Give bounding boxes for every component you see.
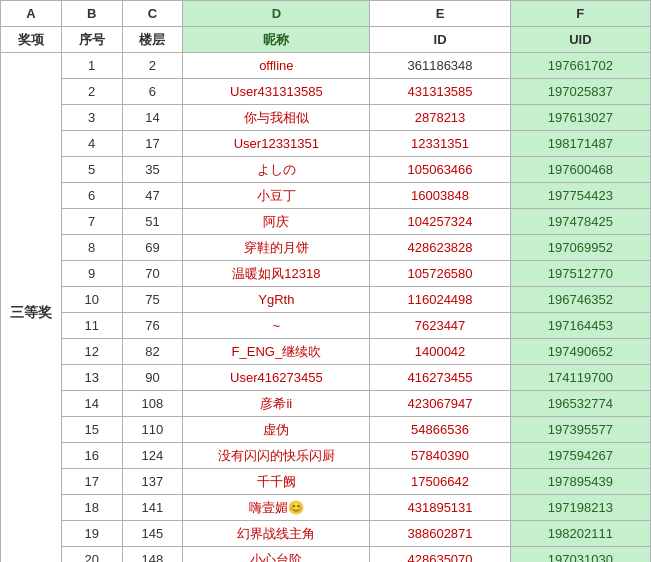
floor-cell: 76 <box>122 313 183 339</box>
uid-cell: 197754423 <box>510 183 650 209</box>
id-cell: 388602871 <box>370 521 510 547</box>
seq-cell: 19 <box>61 521 122 547</box>
id-cell: 7623447 <box>370 313 510 339</box>
award-cell: 三等奖 <box>1 53 62 563</box>
name-cell: 你与我相似 <box>183 105 370 131</box>
seq-cell: 9 <box>61 261 122 287</box>
subheader-uid: UID <box>510 27 650 53</box>
seq-cell: 17 <box>61 469 122 495</box>
floor-cell: 2 <box>122 53 183 79</box>
table-row: 1282F_ENG_继续吹1400042197490652 <box>1 339 651 365</box>
seq-cell: 10 <box>61 287 122 313</box>
floor-cell: 17 <box>122 131 183 157</box>
id-cell: 1400042 <box>370 339 510 365</box>
floor-cell: 47 <box>122 183 183 209</box>
table-row: 417User1233135112331351198171487 <box>1 131 651 157</box>
seq-cell: 2 <box>61 79 122 105</box>
floor-cell: 6 <box>122 79 183 105</box>
id-cell: 57840390 <box>370 443 510 469</box>
table-row: 16124没有闪闪的快乐闪厨57840390197594267 <box>1 443 651 469</box>
header-e: E <box>370 1 510 27</box>
uid-cell: 197025837 <box>510 79 650 105</box>
subheader-floor: 楼层 <box>122 27 183 53</box>
uid-cell: 197895439 <box>510 469 650 495</box>
subheader-name: 昵称 <box>183 27 370 53</box>
floor-cell: 110 <box>122 417 183 443</box>
name-cell: よしの <box>183 157 370 183</box>
id-cell: 105726580 <box>370 261 510 287</box>
table-row: 751阿庆104257324197478425 <box>1 209 651 235</box>
table-row: 14108彦希ii423067947196532774 <box>1 391 651 417</box>
seq-cell: 16 <box>61 443 122 469</box>
seq-cell: 15 <box>61 417 122 443</box>
seq-cell: 13 <box>61 365 122 391</box>
table-row: 314你与我相似2878213197613027 <box>1 105 651 131</box>
table-row: 18141嗨壹媚😊431895131197198213 <box>1 495 651 521</box>
floor-cell: 69 <box>122 235 183 261</box>
name-cell: 小豆丁 <box>183 183 370 209</box>
seq-cell: 14 <box>61 391 122 417</box>
table-row: 三等奖12offline361186348197661702 <box>1 53 651 79</box>
uid-cell: 197613027 <box>510 105 650 131</box>
header-f: F <box>510 1 650 27</box>
seq-cell: 4 <box>61 131 122 157</box>
uid-cell: 197031030 <box>510 547 650 563</box>
name-cell: ~ <box>183 313 370 339</box>
id-cell: 104257324 <box>370 209 510 235</box>
name-cell: User416273455 <box>183 365 370 391</box>
uid-cell: 197594267 <box>510 443 650 469</box>
data-table: A B C D E F 奖项 序号 楼层 昵称 ID UID 三等奖12offl… <box>0 0 651 562</box>
id-cell: 423067947 <box>370 391 510 417</box>
table-row: 26User431313585431313585197025837 <box>1 79 651 105</box>
name-cell: offline <box>183 53 370 79</box>
name-cell: User12331351 <box>183 131 370 157</box>
uid-cell: 196532774 <box>510 391 650 417</box>
floor-cell: 35 <box>122 157 183 183</box>
name-cell: 阿庆 <box>183 209 370 235</box>
id-cell: 16003848 <box>370 183 510 209</box>
uid-cell: 197512770 <box>510 261 650 287</box>
id-cell: 105063466 <box>370 157 510 183</box>
id-cell: 416273455 <box>370 365 510 391</box>
floor-cell: 148 <box>122 547 183 563</box>
subheader-id: ID <box>370 27 510 53</box>
seq-cell: 7 <box>61 209 122 235</box>
name-cell: 小心台阶 <box>183 547 370 563</box>
floor-cell: 51 <box>122 209 183 235</box>
id-cell: 54866536 <box>370 417 510 443</box>
name-cell: 没有闪闪的快乐闪厨 <box>183 443 370 469</box>
subheader-award: 奖项 <box>1 27 62 53</box>
id-cell: 361186348 <box>370 53 510 79</box>
name-cell: F_ENG_继续吹 <box>183 339 370 365</box>
id-cell: 428635070 <box>370 547 510 563</box>
uid-cell: 197478425 <box>510 209 650 235</box>
uid-cell: 174119700 <box>510 365 650 391</box>
floor-cell: 82 <box>122 339 183 365</box>
seq-cell: 18 <box>61 495 122 521</box>
seq-cell: 8 <box>61 235 122 261</box>
header-d: D <box>183 1 370 27</box>
id-cell: 12331351 <box>370 131 510 157</box>
floor-cell: 124 <box>122 443 183 469</box>
name-cell: 彦希ii <box>183 391 370 417</box>
floor-cell: 70 <box>122 261 183 287</box>
table-row: 1390User416273455416273455174119700 <box>1 365 651 391</box>
name-cell: 虚伪 <box>183 417 370 443</box>
header-b: B <box>61 1 122 27</box>
seq-cell: 6 <box>61 183 122 209</box>
id-cell: 116024498 <box>370 287 510 313</box>
floor-cell: 90 <box>122 365 183 391</box>
uid-cell: 197164453 <box>510 313 650 339</box>
uid-cell: 197395577 <box>510 417 650 443</box>
floor-cell: 14 <box>122 105 183 131</box>
floor-cell: 145 <box>122 521 183 547</box>
uid-cell: 198202111 <box>510 521 650 547</box>
seq-cell: 3 <box>61 105 122 131</box>
table-row: 535よしの105063466197600468 <box>1 157 651 183</box>
uid-cell: 198171487 <box>510 131 650 157</box>
header-c: C <box>122 1 183 27</box>
name-cell: 温暖如风12318 <box>183 261 370 287</box>
id-cell: 431895131 <box>370 495 510 521</box>
name-cell: 嗨壹媚😊 <box>183 495 370 521</box>
seq-cell: 5 <box>61 157 122 183</box>
